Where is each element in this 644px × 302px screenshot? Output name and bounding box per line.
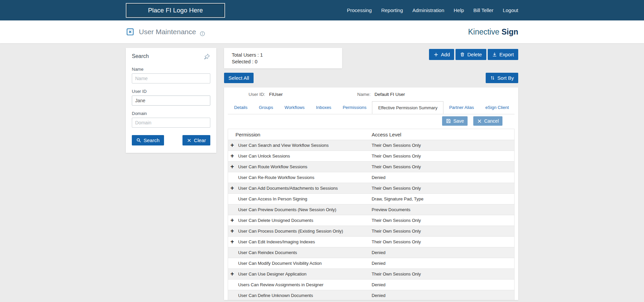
permission-row: +User Can Route Workflow SessionsTheir O… <box>228 162 514 172</box>
permissions-table: Permission Access Level +User Can Search… <box>228 129 515 300</box>
export-button[interactable]: Export <box>488 49 518 60</box>
tab-groups[interactable]: Groups <box>253 101 279 114</box>
save-button[interactable]: Save <box>442 116 468 126</box>
page-header: User Maintenance Kinective Sign <box>0 20 644 43</box>
expand-icon[interactable]: + <box>228 271 238 277</box>
brand-kinective: Kinective <box>468 27 499 36</box>
permission-name: User Can Search and View Workflow Sessio… <box>238 143 372 148</box>
permission-row: +User Can Process Documents (Existing Se… <box>228 226 514 237</box>
user-id-label: User ID <box>132 89 210 94</box>
access-level: Denied <box>372 282 514 287</box>
main-content: Total Users : 1 Selected : 0 Add <box>224 48 518 300</box>
permission-name: User Can Modify Document Visibility Acti… <box>238 261 372 266</box>
user-id-input[interactable] <box>132 96 210 106</box>
access-level: Their Own Sessions Only <box>372 164 514 169</box>
tab-bar: DetailsGroupsWorkflowsInboxesPermissions… <box>228 101 515 114</box>
clear-button[interactable]: Clear <box>182 135 210 145</box>
expand-icon[interactable]: + <box>228 185 238 191</box>
domain-label: Domain <box>132 111 210 116</box>
search-button[interactable]: Search <box>132 135 164 145</box>
column-permission: Permission <box>228 132 372 137</box>
domain-input[interactable] <box>132 118 210 128</box>
tab-workflows[interactable]: Workflows <box>279 101 310 114</box>
total-users-text: Total Users : 1 <box>232 52 342 58</box>
name-value: Default FI User <box>375 92 405 97</box>
user-id-field-label: User ID: <box>249 92 265 97</box>
info-icon[interactable] <box>200 31 205 38</box>
select-all-button[interactable]: Select All <box>224 73 254 83</box>
sort-icon <box>490 75 495 80</box>
access-level: Their Own Sessions Only <box>372 218 514 223</box>
access-level: Preview Documents <box>372 207 514 212</box>
expand-icon[interactable]: + <box>228 153 238 159</box>
permission-row: +User Can Edit Indexes/Imaging IndexesTh… <box>228 237 514 247</box>
top-nav: ProcessingReportingAdministrationHelpBil… <box>347 7 518 13</box>
tab-partner-alias[interactable]: Partner Alias <box>443 101 480 114</box>
permission-name: User Can Reindex Documents <box>238 250 372 255</box>
sort-by-button[interactable]: Sort By <box>486 73 518 83</box>
access-level: Their Own Sessions Only <box>372 271 514 277</box>
permission-row: User Can Reindex DocumentsDenied <box>228 247 514 258</box>
access-level: Their Own Sessions Only <box>372 239 514 244</box>
x-icon <box>187 138 192 143</box>
name-field-label: Name: <box>357 92 371 97</box>
permission-name: User Can Route Workflow Sessions <box>238 164 372 169</box>
permission-name: Users Can Review Assignments in Designer <box>238 282 372 287</box>
top-nav-bar: Place FI Logo Here ProcessingReportingAd… <box>0 0 644 20</box>
permission-name: User Can Preview Documents (New Session … <box>238 207 372 212</box>
permission-row: +User Can Search and View Workflow Sessi… <box>228 140 514 151</box>
x-icon <box>477 119 482 124</box>
tab-esign-client[interactable]: eSign Client <box>480 101 515 114</box>
permission-row: User Can Define Unknown DocumentsDenied <box>228 290 514 300</box>
page-title: User Maintenance <box>139 28 196 36</box>
cancel-button[interactable]: Cancel <box>473 116 502 126</box>
permission-name: User Can Use Designer Application <box>238 271 372 277</box>
permission-name: User Can Access In Person Signing <box>238 196 372 201</box>
tab-details[interactable]: Details <box>228 101 253 114</box>
nav-item-administration[interactable]: Administration <box>412 7 444 13</box>
access-level: Their Own Sessions Only <box>372 154 514 159</box>
tab-effective-permission-summary[interactable]: Effective Permission Summary <box>372 101 443 114</box>
access-level: Draw, Signature Pad, Type <box>372 196 514 201</box>
access-level: Denied <box>372 261 514 266</box>
name-input[interactable] <box>132 73 210 83</box>
expand-icon[interactable]: + <box>228 217 238 223</box>
summary-box: Total Users : 1 Selected : 0 <box>224 48 342 68</box>
nav-item-bill-teller[interactable]: Bill Teller <box>473 7 493 13</box>
expand-icon[interactable]: + <box>228 239 238 245</box>
access-level: Denied <box>372 293 514 298</box>
nav-item-reporting[interactable]: Reporting <box>381 7 403 13</box>
tab-inboxes[interactable]: Inboxes <box>310 101 337 114</box>
expand-icon[interactable]: + <box>228 142 238 148</box>
column-access-level: Access Level <box>372 132 401 137</box>
pin-icon[interactable] <box>204 53 210 61</box>
search-panel: Search Name User ID Domain Search <box>126 48 216 153</box>
expand-icon[interactable]: + <box>228 228 238 234</box>
expand-icon[interactable]: + <box>228 164 238 170</box>
permission-row: Users Can Review Assignments in Designer… <box>228 280 514 290</box>
user-identity-row: User ID: FIUser Name: Default FI User <box>224 87 518 98</box>
download-icon <box>492 52 497 57</box>
permission-name: User Can Unlock Sessions <box>238 154 372 159</box>
trash-icon <box>460 52 465 57</box>
page-body: Search Name User ID Domain Search <box>126 48 518 300</box>
table-header: Permission Access Level <box>228 129 514 140</box>
nav-item-help[interactable]: Help <box>454 7 464 13</box>
user-detail-panel: User ID: FIUser Name: Default FI User De… <box>224 87 518 300</box>
access-level: Their Own Sessions Only <box>372 143 514 148</box>
permission-name: User Can Delete Unsigned Documents <box>238 218 372 223</box>
brand-logo: Kinective Sign <box>468 27 518 37</box>
permission-row: +User Can Delete Unsigned DocumentsTheir… <box>228 215 514 226</box>
nav-item-logout[interactable]: Logout <box>503 7 518 13</box>
delete-button[interactable]: Delete <box>455 49 486 60</box>
tab-permissions[interactable]: Permissions <box>337 101 372 114</box>
permission-row: +User Can Use Designer ApplicationTheir … <box>228 269 514 280</box>
fi-logo-text: Place FI Logo Here <box>148 7 203 14</box>
permission-row: +User Can Add Documents/Attachments to S… <box>228 183 514 194</box>
permission-name: User Can Add Documents/Attachments to Se… <box>238 186 372 191</box>
user-id-value: FIUser <box>269 92 283 97</box>
add-button[interactable]: Add <box>429 49 454 60</box>
permission-name: User Can Re-Route Workflow Sessions <box>238 175 372 180</box>
nav-item-processing[interactable]: Processing <box>347 7 372 13</box>
access-level: Denied <box>372 250 514 255</box>
